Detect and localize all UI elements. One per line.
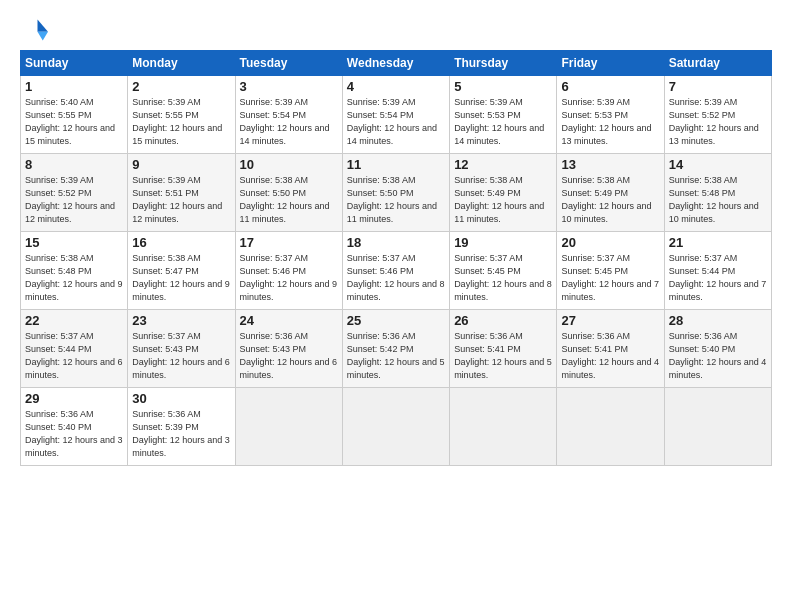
day-detail: Sunrise: 5:38 AMSunset: 5:49 PMDaylight:… <box>454 174 552 226</box>
day-detail: Sunrise: 5:39 AMSunset: 5:52 PMDaylight:… <box>669 96 767 148</box>
day-detail: Sunrise: 5:38 AMSunset: 5:49 PMDaylight:… <box>561 174 659 226</box>
logo-icon <box>20 16 48 44</box>
day-number: 29 <box>25 391 123 406</box>
calendar-cell: 12Sunrise: 5:38 AMSunset: 5:49 PMDayligh… <box>450 154 557 232</box>
calendar-cell: 17Sunrise: 5:37 AMSunset: 5:46 PMDayligh… <box>235 232 342 310</box>
calendar-cell: 16Sunrise: 5:38 AMSunset: 5:47 PMDayligh… <box>128 232 235 310</box>
weekday-header: Sunday <box>21 51 128 76</box>
day-number: 5 <box>454 79 552 94</box>
calendar-cell <box>235 388 342 466</box>
day-number: 18 <box>347 235 445 250</box>
day-detail: Sunrise: 5:39 AMSunset: 5:54 PMDaylight:… <box>240 96 338 148</box>
day-detail: Sunrise: 5:36 AMSunset: 5:43 PMDaylight:… <box>240 330 338 382</box>
calendar-cell: 11Sunrise: 5:38 AMSunset: 5:50 PMDayligh… <box>342 154 449 232</box>
calendar-week-row: 8Sunrise: 5:39 AMSunset: 5:52 PMDaylight… <box>21 154 772 232</box>
calendar-header: SundayMondayTuesdayWednesdayThursdayFrid… <box>21 51 772 76</box>
weekday-header: Wednesday <box>342 51 449 76</box>
calendar-cell: 21Sunrise: 5:37 AMSunset: 5:44 PMDayligh… <box>664 232 771 310</box>
svg-marker-1 <box>38 32 49 41</box>
day-detail: Sunrise: 5:36 AMSunset: 5:40 PMDaylight:… <box>25 408 123 460</box>
weekday-header: Tuesday <box>235 51 342 76</box>
calendar-week-row: 22Sunrise: 5:37 AMSunset: 5:44 PMDayligh… <box>21 310 772 388</box>
calendar-cell <box>450 388 557 466</box>
day-number: 17 <box>240 235 338 250</box>
weekday-header: Thursday <box>450 51 557 76</box>
day-detail: Sunrise: 5:36 AMSunset: 5:41 PMDaylight:… <box>561 330 659 382</box>
calendar-cell: 2Sunrise: 5:39 AMSunset: 5:55 PMDaylight… <box>128 76 235 154</box>
calendar-cell: 7Sunrise: 5:39 AMSunset: 5:52 PMDaylight… <box>664 76 771 154</box>
calendar-cell: 29Sunrise: 5:36 AMSunset: 5:40 PMDayligh… <box>21 388 128 466</box>
day-number: 21 <box>669 235 767 250</box>
calendar-cell: 27Sunrise: 5:36 AMSunset: 5:41 PMDayligh… <box>557 310 664 388</box>
day-number: 23 <box>132 313 230 328</box>
weekday-header: Saturday <box>664 51 771 76</box>
header <box>20 16 772 44</box>
day-number: 3 <box>240 79 338 94</box>
calendar-cell: 3Sunrise: 5:39 AMSunset: 5:54 PMDaylight… <box>235 76 342 154</box>
calendar-week-row: 15Sunrise: 5:38 AMSunset: 5:48 PMDayligh… <box>21 232 772 310</box>
calendar-cell: 20Sunrise: 5:37 AMSunset: 5:45 PMDayligh… <box>557 232 664 310</box>
day-detail: Sunrise: 5:40 AMSunset: 5:55 PMDaylight:… <box>25 96 123 148</box>
day-detail: Sunrise: 5:37 AMSunset: 5:46 PMDaylight:… <box>240 252 338 304</box>
day-number: 15 <box>25 235 123 250</box>
calendar-cell: 14Sunrise: 5:38 AMSunset: 5:48 PMDayligh… <box>664 154 771 232</box>
day-number: 26 <box>454 313 552 328</box>
day-number: 13 <box>561 157 659 172</box>
day-detail: Sunrise: 5:38 AMSunset: 5:50 PMDaylight:… <box>347 174 445 226</box>
day-number: 9 <box>132 157 230 172</box>
calendar-cell <box>342 388 449 466</box>
calendar-cell: 25Sunrise: 5:36 AMSunset: 5:42 PMDayligh… <box>342 310 449 388</box>
day-number: 8 <box>25 157 123 172</box>
weekday-header: Monday <box>128 51 235 76</box>
calendar-cell <box>664 388 771 466</box>
day-detail: Sunrise: 5:36 AMSunset: 5:41 PMDaylight:… <box>454 330 552 382</box>
day-detail: Sunrise: 5:38 AMSunset: 5:47 PMDaylight:… <box>132 252 230 304</box>
calendar-week-row: 29Sunrise: 5:36 AMSunset: 5:40 PMDayligh… <box>21 388 772 466</box>
calendar-cell: 1Sunrise: 5:40 AMSunset: 5:55 PMDaylight… <box>21 76 128 154</box>
calendar-cell: 26Sunrise: 5:36 AMSunset: 5:41 PMDayligh… <box>450 310 557 388</box>
calendar-cell: 6Sunrise: 5:39 AMSunset: 5:53 PMDaylight… <box>557 76 664 154</box>
calendar-cell: 23Sunrise: 5:37 AMSunset: 5:43 PMDayligh… <box>128 310 235 388</box>
calendar-cell: 15Sunrise: 5:38 AMSunset: 5:48 PMDayligh… <box>21 232 128 310</box>
day-detail: Sunrise: 5:36 AMSunset: 5:40 PMDaylight:… <box>669 330 767 382</box>
day-number: 30 <box>132 391 230 406</box>
calendar-cell: 10Sunrise: 5:38 AMSunset: 5:50 PMDayligh… <box>235 154 342 232</box>
day-number: 24 <box>240 313 338 328</box>
day-number: 22 <box>25 313 123 328</box>
day-detail: Sunrise: 5:36 AMSunset: 5:39 PMDaylight:… <box>132 408 230 460</box>
calendar-cell: 4Sunrise: 5:39 AMSunset: 5:54 PMDaylight… <box>342 76 449 154</box>
day-number: 4 <box>347 79 445 94</box>
day-detail: Sunrise: 5:39 AMSunset: 5:55 PMDaylight:… <box>132 96 230 148</box>
calendar-week-row: 1Sunrise: 5:40 AMSunset: 5:55 PMDaylight… <box>21 76 772 154</box>
calendar-table: SundayMondayTuesdayWednesdayThursdayFrid… <box>20 50 772 466</box>
day-detail: Sunrise: 5:36 AMSunset: 5:42 PMDaylight:… <box>347 330 445 382</box>
day-detail: Sunrise: 5:37 AMSunset: 5:43 PMDaylight:… <box>132 330 230 382</box>
page-container: SundayMondayTuesdayWednesdayThursdayFrid… <box>0 0 792 476</box>
svg-marker-0 <box>38 20 49 32</box>
day-number: 20 <box>561 235 659 250</box>
day-detail: Sunrise: 5:39 AMSunset: 5:51 PMDaylight:… <box>132 174 230 226</box>
calendar-cell: 19Sunrise: 5:37 AMSunset: 5:45 PMDayligh… <box>450 232 557 310</box>
logo <box>20 16 52 44</box>
day-number: 14 <box>669 157 767 172</box>
day-detail: Sunrise: 5:37 AMSunset: 5:45 PMDaylight:… <box>561 252 659 304</box>
day-number: 16 <box>132 235 230 250</box>
calendar-cell: 22Sunrise: 5:37 AMSunset: 5:44 PMDayligh… <box>21 310 128 388</box>
calendar-cell <box>557 388 664 466</box>
day-number: 7 <box>669 79 767 94</box>
day-number: 6 <box>561 79 659 94</box>
calendar-body: 1Sunrise: 5:40 AMSunset: 5:55 PMDaylight… <box>21 76 772 466</box>
day-detail: Sunrise: 5:38 AMSunset: 5:48 PMDaylight:… <box>669 174 767 226</box>
calendar-cell: 8Sunrise: 5:39 AMSunset: 5:52 PMDaylight… <box>21 154 128 232</box>
day-number: 1 <box>25 79 123 94</box>
day-detail: Sunrise: 5:37 AMSunset: 5:44 PMDaylight:… <box>25 330 123 382</box>
calendar-cell: 28Sunrise: 5:36 AMSunset: 5:40 PMDayligh… <box>664 310 771 388</box>
day-number: 19 <box>454 235 552 250</box>
weekday-header-row: SundayMondayTuesdayWednesdayThursdayFrid… <box>21 51 772 76</box>
calendar-cell: 13Sunrise: 5:38 AMSunset: 5:49 PMDayligh… <box>557 154 664 232</box>
day-detail: Sunrise: 5:39 AMSunset: 5:52 PMDaylight:… <box>25 174 123 226</box>
day-detail: Sunrise: 5:39 AMSunset: 5:53 PMDaylight:… <box>561 96 659 148</box>
day-number: 27 <box>561 313 659 328</box>
day-detail: Sunrise: 5:39 AMSunset: 5:54 PMDaylight:… <box>347 96 445 148</box>
day-number: 2 <box>132 79 230 94</box>
